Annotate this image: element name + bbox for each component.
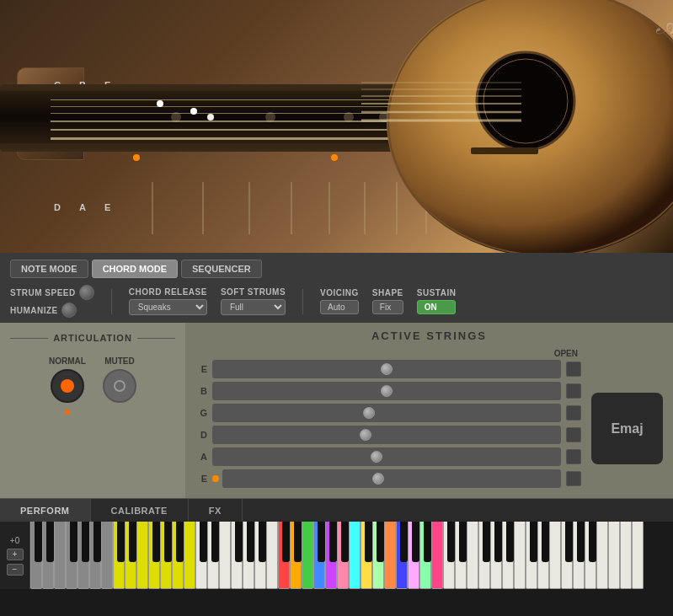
- white-key[interactable]: [101, 522, 113, 589]
- string-thumb-a: [371, 451, 382, 463]
- string-slider-a[interactable]: [212, 447, 561, 466]
- black-key[interactable]: [235, 522, 243, 562]
- black-key[interactable]: [200, 522, 207, 562]
- white-key[interactable]: [549, 522, 561, 589]
- piano-section: +0 + −: [0, 522, 673, 589]
- white-key[interactable]: [136, 522, 148, 589]
- black-key[interactable]: [589, 522, 596, 562]
- articulation-title-group: ARTICULATION: [10, 333, 175, 343]
- black-key[interactable]: [211, 522, 219, 562]
- black-key[interactable]: [318, 522, 325, 562]
- black-key[interactable]: [46, 522, 54, 562]
- black-key[interactable]: [412, 522, 419, 562]
- white-key[interactable]: [620, 522, 632, 589]
- white-key[interactable]: [431, 522, 443, 589]
- black-key[interactable]: [82, 522, 89, 562]
- black-key[interactable]: [483, 522, 490, 562]
- black-key[interactable]: [506, 522, 514, 562]
- octave-down-button[interactable]: −: [7, 564, 24, 576]
- articulation-buttons: NORMAL MUTED: [49, 356, 136, 415]
- white-key[interactable]: [596, 522, 608, 589]
- string-slider-e2[interactable]: [222, 469, 561, 488]
- white-key[interactable]: [266, 522, 278, 589]
- black-key[interactable]: [494, 522, 502, 562]
- string-slider-g[interactable]: [212, 404, 561, 422]
- soft-strums-label: SOFT STRUMS: [221, 287, 286, 297]
- chord-mode-button[interactable]: CHORD MODE: [92, 260, 178, 278]
- black-key[interactable]: [447, 522, 455, 562]
- fret-dot-white: [157, 100, 163, 107]
- strings-list: OPEN E B G: [195, 349, 581, 491]
- chord-release-dropdown[interactable]: Squeaks: [129, 299, 207, 315]
- tab-perform[interactable]: PERFORM: [0, 499, 91, 522]
- open-checkbox-b[interactable]: [566, 383, 581, 399]
- black-key[interactable]: [530, 522, 537, 562]
- string-name-g: G: [195, 408, 207, 418]
- string-row-d: D: [195, 426, 581, 444]
- black-key[interactable]: [577, 522, 585, 562]
- normal-button[interactable]: [51, 369, 84, 403]
- black-key[interactable]: [70, 522, 77, 562]
- piano-keyboard[interactable]: [30, 522, 673, 589]
- black-key[interactable]: [164, 522, 172, 562]
- tab-calibrate[interactable]: CALIBRATE: [91, 499, 189, 522]
- fret-line: [248, 182, 250, 234]
- white-key[interactable]: [219, 522, 231, 589]
- string-slider-b[interactable]: [212, 382, 561, 400]
- black-key[interactable]: [282, 522, 290, 562]
- white-key[interactable]: [54, 522, 66, 589]
- black-key[interactable]: [35, 522, 42, 562]
- black-key[interactable]: [542, 522, 549, 562]
- open-checkbox-a[interactable]: [566, 449, 581, 464]
- humanize-knob[interactable]: [61, 303, 77, 318]
- open-checkbox-g[interactable]: [566, 405, 581, 420]
- white-key[interactable]: [184, 522, 195, 589]
- black-key[interactable]: [400, 522, 408, 562]
- strum-speed-knob[interactable]: [79, 285, 94, 300]
- black-key[interactable]: [117, 522, 125, 562]
- white-key[interactable]: [632, 522, 644, 589]
- open-checkbox-e2[interactable]: [566, 471, 581, 486]
- humanize-pair: HUMANIZE: [10, 303, 94, 318]
- note-mode-button[interactable]: NOTE MODE: [10, 260, 88, 278]
- string-thumb-b: [381, 385, 393, 397]
- black-key[interactable]: [129, 522, 136, 562]
- tab-fx[interactable]: FX: [189, 499, 243, 522]
- string-slider-e1[interactable]: [212, 360, 561, 378]
- white-key[interactable]: [608, 522, 620, 589]
- black-key[interactable]: [152, 522, 160, 562]
- fret-dot-white2: [190, 108, 197, 115]
- white-key[interactable]: [384, 522, 396, 589]
- black-key[interactable]: [459, 522, 467, 562]
- muted-button[interactable]: [103, 369, 136, 403]
- white-key[interactable]: [302, 522, 313, 589]
- white-key[interactable]: [514, 522, 526, 589]
- voicing-display: Auto: [320, 300, 359, 314]
- black-key[interactable]: [176, 522, 184, 562]
- strum-speed-pair: STRUM SPEED: [10, 285, 94, 300]
- sequencer-button[interactable]: SEQUENCER: [181, 260, 262, 278]
- string-name-e2: E: [195, 474, 207, 484]
- black-key[interactable]: [341, 522, 349, 562]
- black-key[interactable]: [329, 522, 337, 562]
- soft-strums-dropdown[interactable]: Full: [221, 299, 286, 315]
- black-key[interactable]: [377, 522, 384, 562]
- white-key[interactable]: [467, 522, 478, 589]
- string-slider-d[interactable]: [212, 426, 561, 444]
- sustain-toggle[interactable]: ON: [417, 300, 457, 314]
- black-key[interactable]: [247, 522, 254, 562]
- black-key[interactable]: [424, 522, 431, 562]
- open-checkbox-d[interactable]: [566, 427, 581, 442]
- black-key[interactable]: [565, 522, 573, 562]
- black-key[interactable]: [259, 522, 266, 562]
- black-key[interactable]: [365, 522, 372, 562]
- strum-speed-label: STRUM SPEED: [10, 288, 76, 297]
- piano-keys-container: [30, 522, 644, 589]
- white-key[interactable]: [349, 522, 361, 589]
- fret-line: [152, 182, 153, 234]
- normal-label: NORMAL: [49, 356, 86, 366]
- black-key[interactable]: [93, 522, 101, 562]
- open-checkbox-e1[interactable]: [566, 362, 581, 377]
- black-key[interactable]: [294, 522, 302, 562]
- octave-up-button[interactable]: +: [7, 549, 24, 560]
